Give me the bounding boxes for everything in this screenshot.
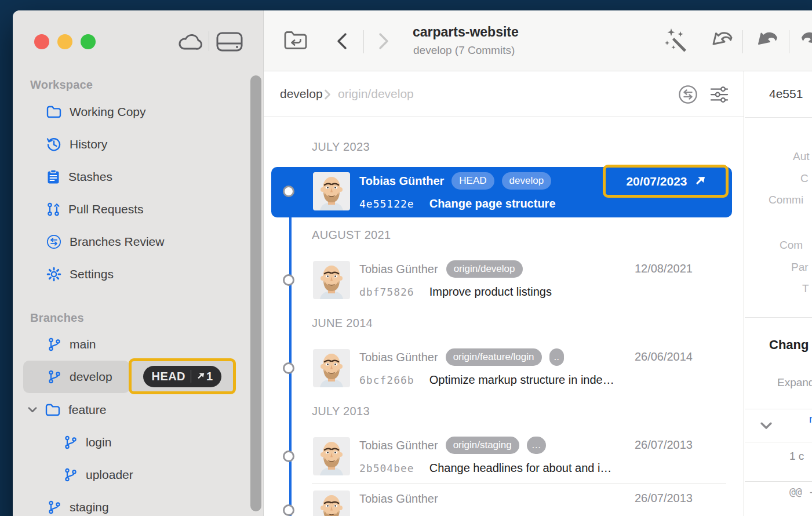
sidebar-branch-main[interactable]: main — [48, 328, 96, 361]
commit-message: Optimize markup structure in inde… — [429, 373, 614, 387]
ref-badge-overflow[interactable]: .. — [549, 348, 564, 366]
ref-badge-overflow[interactable]: … — [527, 437, 546, 454]
commit-meta-line[interactable]: Tobias Günther — [359, 490, 438, 507]
changes-title: Chang — [769, 337, 809, 353]
filter-icon[interactable] — [709, 86, 729, 103]
commit-sha: 4e55122e — [359, 198, 414, 210]
sidebar-item-history[interactable]: History — [46, 128, 107, 161]
commit-date-highlight-box[interactable]: 20/07/2023 — [603, 165, 729, 198]
commit-sha: 2b504bee — [359, 462, 414, 474]
detail-meta-label: Par — [791, 261, 809, 274]
sidebar-item-working-copy[interactable]: Working Copy — [46, 96, 146, 128]
sidebar-item-label: History — [70, 137, 107, 151]
avatar — [313, 349, 350, 387]
branches-section-title: Branches — [30, 311, 84, 325]
sidebar-item-branches-review[interactable]: Branches Review — [46, 226, 164, 258]
avatar — [313, 490, 350, 516]
arrow-up-right-icon — [694, 176, 705, 187]
ref-badge-remote[interactable]: origin/develop — [446, 260, 523, 278]
detail-meta-label: Com — [780, 239, 803, 252]
arrow-up-right-icon — [196, 372, 205, 380]
commit-date: 26/07/2013 — [606, 438, 693, 452]
timeline-node — [283, 362, 294, 374]
commit-message-line[interactable]: 0933dd4b Add single product st… — [359, 513, 549, 516]
divider — [745, 317, 812, 318]
commit-meta-line[interactable]: Tobias Günther origin/feature/login .. — [359, 348, 564, 366]
repo-subtitle: develop (7 Commits) — [413, 44, 515, 57]
commit-message-line[interactable]: 6bcf266b Optimize markup structure in in… — [359, 372, 614, 388]
sidebar-item-label: Working Copy — [70, 105, 146, 119]
divider — [745, 409, 812, 409]
sidebar-scrollbar[interactable] — [250, 75, 261, 511]
detail-commit-sha: 4e551 — [769, 87, 803, 101]
zoom-button[interactable] — [81, 34, 96, 49]
drive-icon[interactable] — [216, 30, 243, 53]
redo-arrow-icon[interactable] — [800, 30, 812, 52]
commit-meta-line[interactable]: Tobias Günther origin/staging … — [359, 437, 546, 454]
commit-detail-panel: 4e551 Aut C Commi Com Par T Chang Expand… — [745, 71, 812, 516]
commit-date: 12/08/2021 — [606, 262, 693, 275]
sidebar-branch-develop[interactable]: develop — [48, 361, 112, 393]
magic-wand-icon[interactable] — [664, 28, 690, 53]
commit-date: 26/06/2014 — [606, 350, 693, 364]
commit-message: Change page structure — [429, 197, 556, 210]
ahead-count: 1 — [206, 370, 213, 383]
changed-file-name[interactable]: r — [809, 413, 812, 426]
diff-hunk-header: @@ - — [789, 485, 812, 497]
commit-history-panel: develop origin/develop JULY 2023 20/07/2… — [264, 71, 744, 516]
main-toolbar: carparts-website develop (7 Commits) — [264, 10, 812, 71]
chevron-down-icon[interactable] — [760, 422, 772, 430]
chevron-down-icon[interactable] — [28, 407, 37, 413]
breadcrumb-current-branch[interactable]: develop — [280, 87, 323, 101]
sidebar-branch-staging[interactable]: staging — [48, 491, 109, 516]
cloud-icon[interactable] — [177, 32, 203, 51]
ref-badge-remote[interactable]: origin/staging — [446, 437, 519, 454]
commit-meta-line[interactable]: Tobias Günther origin/develop — [359, 260, 523, 278]
branch-label: develop — [70, 370, 112, 384]
commit-sha: dbf75826 — [359, 286, 414, 298]
expand-all-button[interactable]: Expand — [777, 376, 812, 389]
sidebar-item-pull-requests[interactable]: Pull Requests — [46, 193, 144, 226]
reflog-arrow-icon[interactable] — [708, 30, 734, 52]
date-section-header: AUGUST 2021 — [312, 228, 391, 242]
repo-title: carparts-website — [413, 24, 519, 40]
detail-meta-label: Commi — [769, 194, 803, 206]
sidebar-branch-folder-feature[interactable]: feature — [28, 394, 106, 426]
commit-message-line[interactable]: 2b504bee Change headlines for about and … — [359, 460, 611, 476]
sidebar-item-settings[interactable]: Settings — [46, 258, 114, 290]
head-badge-highlight-box: HEAD 1 — [129, 358, 236, 394]
divider — [209, 31, 209, 51]
branch-label: staging — [70, 500, 109, 514]
undo-arrow-icon[interactable] — [753, 30, 779, 52]
commit-message-line[interactable]: dbf75826 Improve product listings — [359, 284, 552, 300]
ref-badge-head[interactable]: HEAD — [451, 172, 494, 190]
branch-icon — [64, 468, 78, 482]
avatar — [313, 437, 350, 475]
minimize-button[interactable] — [57, 34, 72, 49]
pull-request-icon — [46, 202, 60, 217]
ref-badge-branch[interactable]: develop — [502, 172, 552, 190]
timeline-node — [283, 186, 294, 197]
divider — [745, 442, 812, 442]
ref-badge-remote[interactable]: origin/feature/login — [446, 348, 542, 366]
back-button[interactable] — [335, 32, 349, 50]
divider — [789, 30, 789, 53]
sidebar-item-label: Settings — [70, 267, 114, 281]
branch-icon — [48, 337, 61, 351]
repo-folder-icon[interactable] — [283, 29, 308, 52]
commit-author: Tobias Günther — [359, 263, 438, 276]
compare-icon[interactable] — [678, 85, 698, 104]
sidebar-branch-login[interactable]: login — [64, 426, 111, 459]
sidebar-branch-uploader[interactable]: uploader — [64, 459, 133, 491]
detail-meta-label: T — [802, 282, 809, 295]
forward-button[interactable] — [377, 32, 391, 50]
sidebar-item-label: Stashes — [68, 170, 112, 184]
close-button[interactable] — [34, 34, 49, 49]
head-badge[interactable]: HEAD 1 — [143, 366, 222, 387]
chevron-right-icon — [324, 89, 331, 100]
sidebar-item-stashes[interactable]: Stashes — [46, 161, 112, 193]
history-icon — [46, 137, 61, 152]
branch-label: uploader — [86, 468, 133, 482]
timeline-node — [283, 504, 294, 516]
detail-meta-label: C — [800, 172, 809, 185]
